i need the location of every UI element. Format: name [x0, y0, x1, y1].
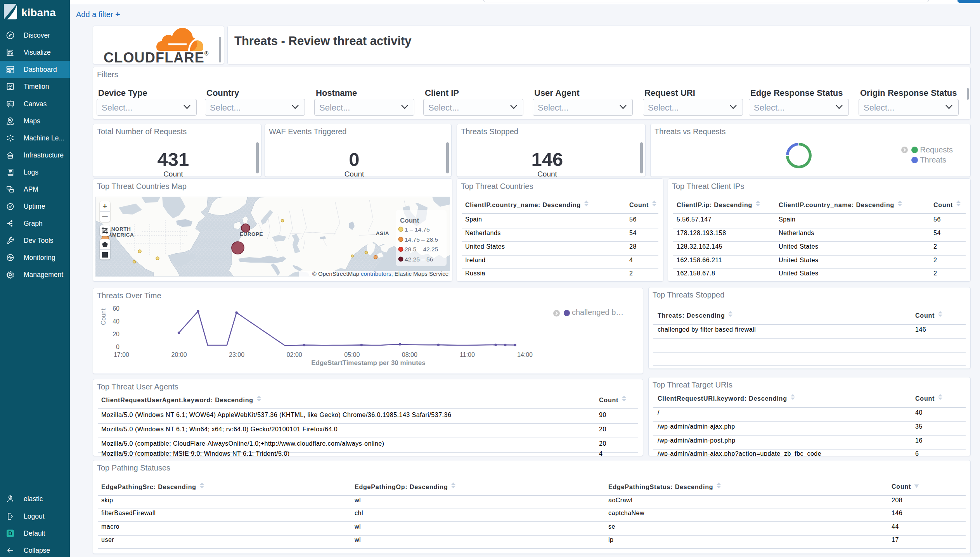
- svg-text:D: D: [8, 530, 12, 536]
- svg-text:AMERICA: AMERICA: [108, 232, 134, 238]
- svg-text:28.5 – 42.25: 28.5 – 42.25: [405, 246, 438, 253]
- svg-text:42.25 – 56: 42.25 – 56: [405, 256, 433, 263]
- svg-text:ASIA: ASIA: [376, 230, 389, 236]
- svg-text:© OpenStreetMap contributors,: © OpenStreetMap contributors, Elastic Ma…: [312, 270, 448, 277]
- svg-text:Count: Count: [400, 217, 419, 224]
- svg-text:NORTH: NORTH: [111, 226, 131, 232]
- svg-text:EUROPE: EUROPE: [240, 231, 263, 237]
- svg-text:14.75 – 28.5: 14.75 – 28.5: [405, 236, 438, 243]
- svg-text:1 – 14.75: 1 – 14.75: [405, 226, 430, 233]
